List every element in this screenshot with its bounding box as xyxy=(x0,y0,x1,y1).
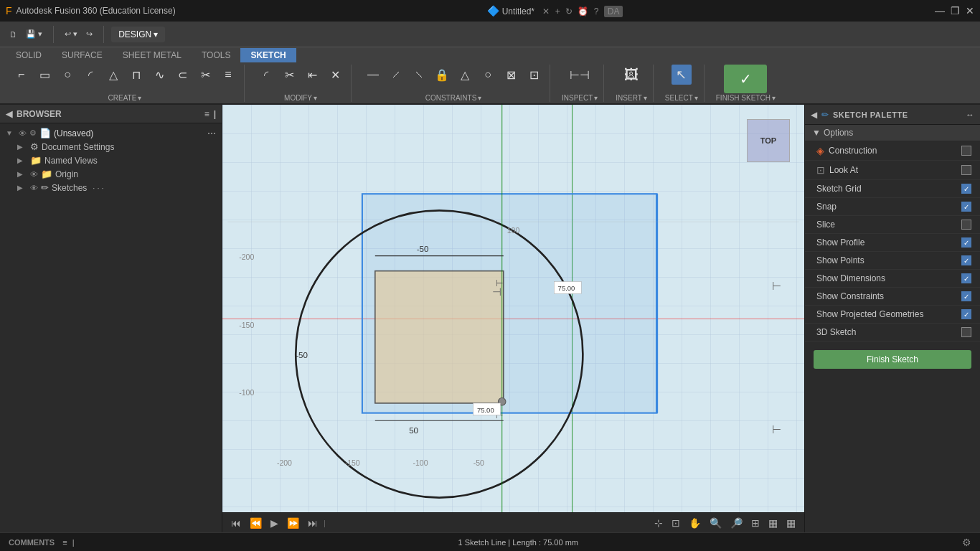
restore-btn[interactable]: ❐ xyxy=(951,5,960,17)
minimize-btn[interactable]: — xyxy=(935,5,945,17)
grid-view1[interactable]: ⊞ xyxy=(748,516,763,530)
browser-item-named-views[interactable]: ▶ 📁 Named Views xyxy=(0,154,222,167)
grid-view3[interactable]: ▦ xyxy=(783,516,798,530)
select-arrow[interactable]: ▾ xyxy=(694,94,698,102)
finish-sketch-btn[interactable]: Finish Sketch xyxy=(814,350,971,369)
curvature-constraint[interactable]: ⊡ xyxy=(524,65,544,85)
palette-pin-icon[interactable]: ↔ xyxy=(966,110,974,120)
close-btn[interactable]: ✕ xyxy=(966,5,974,17)
playback-end[interactable]: ⏭ xyxy=(305,516,321,530)
zoom2-tool[interactable]: 🔎 xyxy=(727,516,745,530)
undo-button[interactable]: ↩ ▾ xyxy=(61,27,81,41)
comments-expand-icon[interactable]: ≡ xyxy=(62,538,67,547)
expand-arrow[interactable]: ▶ xyxy=(17,184,27,192)
zoom-tool[interactable]: 🔍 xyxy=(707,516,725,530)
trim2-tool[interactable]: ✂ xyxy=(279,65,299,85)
conic-tool[interactable]: ⊂ xyxy=(172,65,192,85)
trim-tool[interactable]: ✂ xyxy=(195,65,215,85)
extend-tool[interactable]: ⇤ xyxy=(302,65,322,85)
line-tool[interactable]: ⌐ xyxy=(11,65,32,85)
comments-pin-icon[interactable]: | xyxy=(72,538,75,547)
slice-checkbox[interactable] xyxy=(961,220,971,230)
offset-tool[interactable]: ⊓ xyxy=(126,65,146,85)
browser-collapse-icon[interactable]: ◀ xyxy=(6,109,12,119)
show-dimensions-checkbox[interactable]: ✓ xyxy=(961,273,971,283)
browser-expand-icon[interactable]: ≡ xyxy=(204,109,209,119)
visibility-icon[interactable]: 👁 xyxy=(30,184,38,192)
expand-arrow[interactable]: ▶ xyxy=(17,156,27,164)
browser-item-doc-settings[interactable]: ▶ ⚙ Document Settings xyxy=(0,140,222,154)
inspect-arrow[interactable]: ▾ xyxy=(594,94,598,102)
rectangle-tool[interactable]: ▭ xyxy=(34,65,55,85)
save-dropdown[interactable]: 💾 ▾ xyxy=(22,27,46,41)
collinear-constraint[interactable]: ⟋ xyxy=(386,65,406,85)
visibility-icon[interactable]: 👁 xyxy=(30,170,38,179)
palette-options-header[interactable]: ▼ Options xyxy=(805,125,980,141)
design-dropdown-btn[interactable]: DESIGN ▾ xyxy=(111,27,165,42)
new-button[interactable]: 🗋 xyxy=(6,28,21,41)
break-tool[interactable]: ✕ xyxy=(325,65,345,85)
coincident-constraint[interactable]: — xyxy=(363,65,383,85)
lock-constraint[interactable]: 🔒 xyxy=(432,65,452,85)
playback-start[interactable]: ⏮ xyxy=(228,516,244,530)
nav-cube-face[interactable]: TOP xyxy=(747,119,790,162)
fillet-tool[interactable]: ◜ xyxy=(256,65,276,85)
show-points-checkbox[interactable]: ✓ xyxy=(961,255,971,265)
expand-arrow[interactable]: ▼ xyxy=(6,129,16,137)
settings-icon[interactable]: ⚙ xyxy=(29,128,37,138)
insert-arrow[interactable]: ▾ xyxy=(644,94,647,102)
measure-tool[interactable]: ⊢⊣ xyxy=(565,65,594,85)
select-tool[interactable]: ↖ xyxy=(672,65,692,85)
insert-image-tool[interactable]: 🖼 xyxy=(618,65,644,85)
constraints-arrow[interactable]: ▾ xyxy=(478,94,481,102)
browser-item-unsaved[interactable]: ▼ 👁 ⚙ 📄 (Unsaved) ⋯ xyxy=(0,126,222,140)
sketch-grid-checkbox[interactable]: ✓ xyxy=(961,184,971,194)
show-constraints-checkbox[interactable]: ✓ xyxy=(961,291,971,301)
show-projected-checkbox[interactable]: ✓ xyxy=(961,309,971,319)
browser-item-sketches[interactable]: ▶ 👁 ✏ Sketches · · · xyxy=(0,181,222,194)
hand-tool[interactable]: ✋ xyxy=(686,516,704,530)
equal-constraint[interactable]: △ xyxy=(455,65,475,85)
symmetry-constraint[interactable]: ⊠ xyxy=(501,65,521,85)
redo-button[interactable]: ↪ xyxy=(83,27,96,41)
tab-tools[interactable]: TOOLS xyxy=(192,48,240,62)
spline-tool[interactable]: ∿ xyxy=(149,65,169,85)
tab-sheet-metal[interactable]: SHEET METAL xyxy=(113,48,192,62)
circle-tool[interactable]: ○ xyxy=(57,65,77,85)
construction-label-group[interactable]: ◈ Construction xyxy=(816,145,877,156)
expand-arrow[interactable]: ▶ xyxy=(17,143,27,151)
window-controls[interactable]: — ❐ ✕ xyxy=(935,5,974,17)
pan-tool[interactable]: ⊹ xyxy=(651,516,666,530)
tab-sketch[interactable]: SKETCH xyxy=(240,48,296,62)
parallel-constraint[interactable]: ⟍ xyxy=(409,65,429,85)
3d-sketch-checkbox[interactable] xyxy=(961,327,971,337)
visibility-icon[interactable]: 👁 xyxy=(19,129,27,138)
finish-sketch-ribbon-btn[interactable]: ✓ xyxy=(724,65,767,93)
create-arrow[interactable]: ▾ xyxy=(138,94,141,102)
nav-cube[interactable]: TOP xyxy=(740,112,797,169)
browser-pin-icon[interactable]: | xyxy=(214,109,216,119)
browser-item-origin[interactable]: ▶ 👁 📁 Origin xyxy=(0,167,222,181)
canvas-area[interactable]: 75.00 50 -50 -50 ⊢ ⊢ 75.00 75.00 ⊢ ⊢ ⊣ xyxy=(222,105,804,532)
tab-solid[interactable]: SOLID xyxy=(6,48,52,62)
item-dots[interactable]: ⋯ xyxy=(207,128,216,138)
construction-checkbox[interactable] xyxy=(961,146,971,156)
playback-play[interactable]: ▶ xyxy=(268,516,281,530)
modify-arrow[interactable]: ▾ xyxy=(314,94,317,102)
arc-tool[interactable]: ◜ xyxy=(80,65,100,85)
palette-collapse-icon[interactable]: ◀ xyxy=(811,110,817,120)
fix-constraint[interactable]: ○ xyxy=(478,65,498,85)
grid-view2[interactable]: ▦ xyxy=(765,516,781,530)
snap-checkbox[interactable]: ✓ xyxy=(961,202,971,212)
look-at-label-group[interactable]: ⊡ Look At xyxy=(816,164,858,176)
look-at-checkbox[interactable] xyxy=(961,165,971,175)
expand-arrow[interactable]: ▶ xyxy=(17,170,27,178)
polygon-tool[interactable]: △ xyxy=(103,65,123,85)
playback-next[interactable]: ⏩ xyxy=(284,516,302,530)
text-tool[interactable]: ≡ xyxy=(218,65,238,85)
show-profile-checkbox[interactable]: ✓ xyxy=(961,237,971,248)
fit-view-tool[interactable]: ⊡ xyxy=(669,516,683,530)
playback-prev[interactable]: ⏪ xyxy=(247,516,265,530)
settings-icon-bar[interactable]: ⚙ xyxy=(962,537,971,548)
tab-surface[interactable]: SURFACE xyxy=(52,48,113,62)
